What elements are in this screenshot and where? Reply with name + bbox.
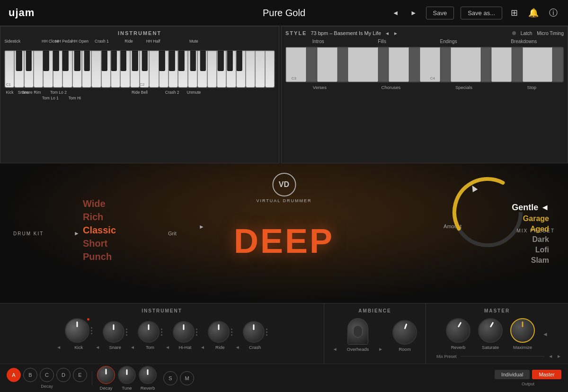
latch-label[interactable]: Latch (521, 31, 532, 36)
white-key-18[interactable] (169, 51, 178, 88)
type-btn-d[interactable]: D (56, 368, 71, 382)
save-button[interactable]: Save (426, 7, 454, 19)
snare-label: Snare (109, 345, 121, 350)
decay-knob[interactable] (97, 366, 115, 384)
cat-breakdowns: Breakdowns (511, 39, 537, 44)
preset-prev-arrow[interactable]: ◄ (390, 8, 401, 18)
instrument-keyboard[interactable]: C1 C2 (4, 50, 275, 88)
white-key-27[interactable] (255, 51, 265, 88)
mix-option-lofi[interactable]: Lofi (512, 245, 549, 254)
style-keyboard[interactable]: C3 C4 (285, 47, 564, 82)
white-key-11[interactable] (101, 51, 111, 88)
kit-option-punch[interactable]: Punch (83, 251, 116, 262)
white-key-5[interactable] (43, 51, 53, 88)
white-key-16[interactable] (149, 51, 159, 88)
preset-next-arrow[interactable]: ► (408, 8, 419, 18)
master-right-arrow[interactable]: ◄ (542, 331, 548, 338)
mix-option-gentle[interactable]: Gentle ◄ (512, 202, 549, 212)
white-key-12[interactable] (111, 51, 120, 88)
key-label-crash1: Crash 1 (95, 39, 109, 44)
style-next[interactable]: ► (393, 31, 398, 36)
type-btn-b[interactable]: B (23, 368, 37, 382)
ride-knob[interactable] (208, 321, 230, 343)
mix-preset-next[interactable]: ► (557, 354, 561, 359)
mix-option-slam[interactable]: Slam (512, 256, 549, 264)
room-knob[interactable] (392, 320, 417, 345)
vd-logo-area: VD VIRTUAL DRUMMER (256, 173, 311, 203)
type-btn-e[interactable]: E (73, 368, 87, 382)
white-key-25[interactable] (236, 51, 246, 88)
tom-left-arrow[interactable]: ◄ (130, 345, 135, 350)
hihat-left-arrow[interactable]: ◄ (165, 345, 170, 350)
white-key-9[interactable] (82, 51, 91, 88)
white-key-17[interactable] (159, 51, 169, 88)
crash-left-arrow[interactable]: ◄ (235, 345, 240, 350)
maximize-knob[interactable] (510, 318, 535, 343)
reverb-bottom-knob[interactable] (139, 366, 157, 384)
overheads-knob[interactable] (347, 318, 368, 345)
reverb-bottom-label: Reverb (141, 385, 155, 391)
grit-arrow[interactable]: ► (199, 223, 204, 230)
mute-button[interactable]: M (180, 371, 194, 385)
style-categories: Intros Fills Endings Breakdowns (285, 39, 564, 44)
white-key-10[interactable] (91, 51, 101, 88)
white-key-19[interactable] (178, 51, 187, 88)
info-icon[interactable]: ⓘ (547, 5, 559, 20)
mix-preset-prev[interactable]: ◄ (548, 354, 553, 359)
instrument-left-arrow[interactable]: ◄ (56, 345, 61, 350)
reverb-master-knob[interactable] (446, 318, 470, 343)
hihat-label: Hi-Hat (178, 345, 191, 350)
white-key-6[interactable] (53, 51, 62, 88)
snare-left-arrow[interactable]: ◄ (95, 345, 100, 350)
micro-timing-label[interactable]: Micro Timing (537, 31, 564, 36)
mix-option-dark[interactable]: Dark (512, 235, 549, 243)
saturate-knob[interactable] (478, 318, 503, 343)
kit-option-wide[interactable]: Wide (83, 198, 116, 209)
kit-option-rich[interactable]: Rich (83, 211, 116, 222)
white-key-7[interactable] (62, 51, 72, 88)
white-key-23[interactable] (217, 51, 226, 88)
kick-dots (91, 327, 92, 334)
deep-text: DEEP (234, 222, 334, 260)
ambience-left-arrow[interactable]: ◄ (333, 347, 337, 352)
drum-kit-prev-arrow[interactable]: ► (74, 230, 80, 237)
maximize-knob-indicator (522, 321, 524, 327)
ambience-title: AMBIENCE (331, 308, 419, 313)
mix-option-aged[interactable]: Aged (512, 224, 549, 233)
white-key-8[interactable] (72, 51, 82, 88)
white-key-20[interactable] (188, 51, 197, 88)
white-key-14[interactable] (130, 51, 140, 88)
white-key-26[interactable] (246, 51, 255, 88)
save-as-button[interactable]: Save as... (461, 7, 502, 19)
kit-option-classic[interactable]: Classic (83, 224, 116, 235)
hihat-knob[interactable] (173, 321, 195, 343)
kick-knob[interactable] (65, 318, 89, 343)
output-individual-btn[interactable]: Individual (495, 370, 530, 379)
tom-knob[interactable] (138, 321, 160, 343)
snare-knob[interactable] (103, 321, 124, 343)
white-key-22[interactable] (207, 51, 217, 88)
white-key-2[interactable] (14, 51, 24, 88)
tom-dots (161, 329, 162, 336)
white-key-4[interactable] (34, 51, 43, 88)
master-knobs: Reverb Saturate Maximize ◄ (433, 318, 561, 350)
vd-logo-text: VD (279, 180, 289, 189)
white-key-3[interactable] (24, 51, 34, 88)
mix-option-garage[interactable]: Garage (512, 214, 549, 223)
output-master-btn[interactable]: Master (532, 370, 561, 379)
white-key-21[interactable] (197, 51, 207, 88)
ambience-right-arrow[interactable]: ► (378, 347, 383, 352)
tune-knob[interactable] (118, 366, 136, 384)
type-btn-c[interactable]: C (40, 368, 54, 382)
crash-knob[interactable] (243, 321, 265, 343)
kit-option-short[interactable]: Short (83, 238, 116, 249)
white-key-24[interactable] (226, 51, 236, 88)
ride-left-arrow[interactable]: ◄ (200, 345, 205, 350)
solo-button[interactable]: S (163, 371, 178, 385)
window-icon[interactable]: ⊞ (509, 6, 520, 20)
white-key-28[interactable] (265, 51, 275, 88)
white-key-13[interactable] (120, 51, 130, 88)
type-btn-a[interactable]: A (7, 368, 21, 382)
notification-icon[interactable]: 🔔 (526, 6, 541, 20)
style-prev[interactable]: ◄ (385, 31, 390, 36)
